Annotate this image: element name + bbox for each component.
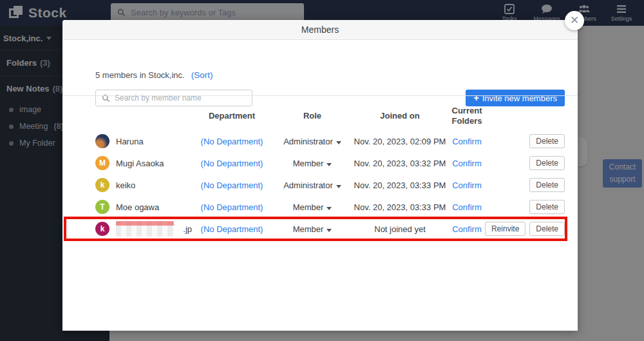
delete-button[interactable]: Delete — [529, 222, 565, 236]
table-row: k keiko (No Department) Administrator No… — [95, 174, 565, 196]
table-row: M Mugi Asaoka (No Department) Member Nov… — [95, 152, 565, 174]
close-icon[interactable]: ✕ — [565, 11, 584, 30]
redacted-email — [116, 221, 174, 237]
role-dropdown[interactable]: Administrator — [272, 180, 353, 190]
sort-link[interactable]: (Sort) — [191, 70, 213, 80]
department-link[interactable]: (No Department) — [192, 224, 272, 234]
delete-button[interactable]: Delete — [529, 200, 565, 214]
joined-status: Not joined yet — [353, 224, 447, 234]
divider — [62, 95, 578, 96]
member-name: keiko — [116, 180, 135, 190]
member-name: Mugi Asaoka — [116, 159, 164, 168]
member-name: Haruna — [116, 137, 144, 146]
joined-on: Nov. 20, 2023, 03:33 PM — [353, 180, 447, 190]
chevron-down-icon — [327, 229, 332, 232]
avatar: T — [95, 200, 109, 214]
role-dropdown[interactable]: Member — [272, 202, 353, 212]
table-row-highlighted: k .jp (No Department) Member Not joined … — [95, 218, 565, 240]
reinvite-button[interactable]: Reinvite — [485, 222, 526, 236]
avatar — [95, 134, 109, 148]
joined-on: Nov. 20, 2023, 02:09 PM — [353, 137, 447, 146]
chevron-down-icon — [336, 185, 341, 188]
role-dropdown[interactable]: Administrator — [272, 137, 353, 146]
department-link[interactable]: (No Department) — [192, 159, 272, 168]
avatar: M — [95, 156, 109, 170]
table-header-row: Department Role Joined on Current Folder… — [95, 102, 565, 130]
confirm-link[interactable]: Confirm — [447, 159, 487, 168]
modal-title: Members — [62, 20, 578, 40]
confirm-link[interactable]: Confirm — [447, 180, 487, 190]
role-dropdown[interactable]: Member — [272, 224, 353, 234]
department-link[interactable]: (No Department) — [192, 202, 272, 212]
member-name: Moe ogawa — [116, 202, 159, 212]
chevron-down-icon — [327, 163, 332, 166]
column-current-folders: Current Folders — [447, 106, 487, 127]
table-row: Haruna (No Department) Administrator Nov… — [95, 130, 565, 152]
column-department: Department — [192, 111, 272, 121]
department-link[interactable]: (No Department) — [192, 180, 272, 190]
confirm-link[interactable]: Confirm — [447, 202, 487, 212]
members-summary: 5 members in Stock,inc. — [95, 70, 185, 80]
members-modal: Members ✕ 5 members in Stock,inc. (Sort)… — [62, 20, 578, 331]
member-name-suffix: .jp — [183, 224, 192, 234]
table-row: T Moe ogawa (No Department) Member Nov. … — [95, 196, 565, 218]
avatar: k — [95, 222, 109, 236]
app-root: Stock Tasks Messages Members Settings — [0, 0, 644, 341]
chevron-down-icon — [336, 141, 341, 144]
column-joined-on: Joined on — [353, 111, 447, 121]
delete-button[interactable]: Delete — [529, 178, 565, 192]
delete-button[interactable]: Delete — [529, 156, 565, 170]
avatar: k — [95, 178, 109, 192]
column-role: Role — [272, 111, 353, 121]
joined-on: Nov. 20, 2023, 03:32 PM — [353, 159, 447, 168]
members-table: Department Role Joined on Current Folder… — [95, 102, 565, 240]
role-dropdown[interactable]: Member — [272, 159, 353, 168]
confirm-link[interactable]: Confirm — [447, 137, 487, 146]
department-link[interactable]: (No Department) — [192, 137, 272, 146]
chevron-down-icon — [327, 207, 332, 210]
joined-on: Nov. 20, 2023, 03:33 PM — [353, 202, 447, 212]
delete-button[interactable]: Delete — [529, 134, 565, 148]
confirm-link[interactable]: Confirm — [447, 224, 487, 234]
